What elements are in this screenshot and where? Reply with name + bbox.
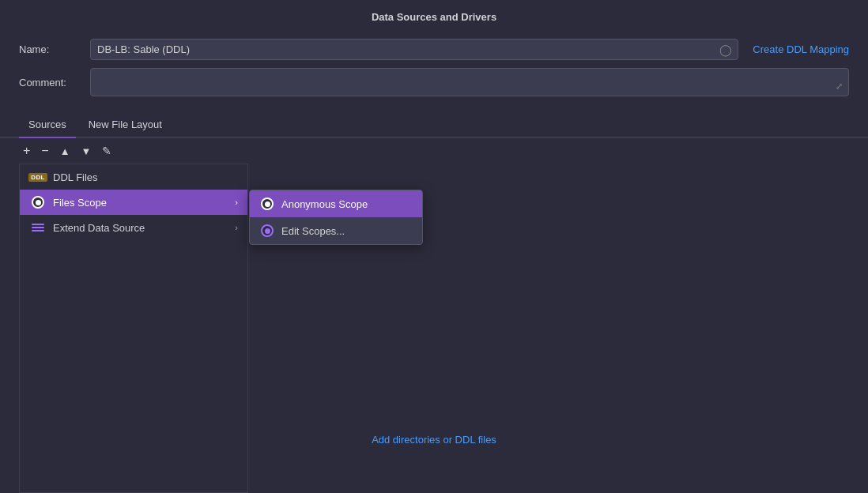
add-link-area: Add directories or DDL files <box>372 434 496 446</box>
anonymous-scope-icon <box>261 198 274 210</box>
tab-sources[interactable]: Sources <box>19 114 76 137</box>
create-ddl-mapping-link[interactable]: Create DDL Mapping <box>753 43 849 55</box>
list-panel: DDL DDL Files Files Scope › <box>19 164 248 493</box>
tab-new-file-layout[interactable]: New File Layout <box>79 114 172 137</box>
comment-input[interactable] <box>90 68 849 96</box>
form-area: Name: ◯ Create DDL Mapping Comment: ⤢ <box>0 31 868 104</box>
remove-button[interactable]: − <box>37 143 52 159</box>
add-directories-link[interactable]: Add directories or DDL files <box>372 434 496 446</box>
anonymous-scope-label: Anonymous Scope <box>281 198 368 210</box>
move-up-button[interactable]: ▲ <box>56 145 74 158</box>
edit-button[interactable]: ✎ <box>98 144 115 158</box>
name-input-wrap: ◯ <box>90 39 738 60</box>
ddl-icon: DDL <box>29 171 47 183</box>
name-input-icon: ◯ <box>719 43 732 56</box>
list-item-ddl-files[interactable]: DDL DDL Files <box>20 164 247 190</box>
comment-label: Comment: <box>19 77 90 88</box>
list-item-files-scope[interactable]: Files Scope › <box>20 190 247 215</box>
move-down-button[interactable]: ▼ <box>77 145 96 158</box>
edit-scopes-label: Edit Scopes... <box>281 225 345 237</box>
expand-icon: ⤢ <box>836 81 843 92</box>
submenu-item-edit-scopes[interactable]: Edit Scopes... <box>250 217 422 244</box>
comment-input-wrap: ⤢ <box>90 68 849 96</box>
files-scope-icon <box>29 196 47 209</box>
content-area: DDL DDL Files Files Scope › <box>0 164 868 493</box>
comment-row: Comment: ⤢ <box>19 68 849 96</box>
toolbar: + − ▲ ▼ ✎ <box>0 138 868 164</box>
submenu: Anonymous Scope Edit Scopes... <box>249 190 423 245</box>
extend-icon <box>29 221 47 234</box>
submenu-item-anonymous-scope[interactable]: Anonymous Scope <box>250 190 422 217</box>
name-row: Name: ◯ Create DDL Mapping <box>19 39 849 60</box>
add-button[interactable]: + <box>19 143 34 159</box>
list-item-extend-data-source[interactable]: Extend Data Source › <box>20 215 247 240</box>
name-label: Name: <box>19 43 90 55</box>
extend-data-source-label: Extend Data Source <box>53 222 145 234</box>
files-scope-label: Files Scope <box>53 197 107 209</box>
name-input[interactable] <box>90 39 738 60</box>
files-scope-chevron: › <box>235 198 238 207</box>
edit-scopes-icon <box>261 224 274 237</box>
tabs-bar: Sources New File Layout <box>0 107 868 138</box>
ddl-files-label: DDL Files <box>53 171 98 183</box>
data-sources-dialog: Data Sources and Drivers Name: ◯ Create … <box>0 0 868 493</box>
extend-data-source-chevron: › <box>235 223 238 232</box>
dialog-title: Data Sources and Drivers <box>0 0 868 31</box>
